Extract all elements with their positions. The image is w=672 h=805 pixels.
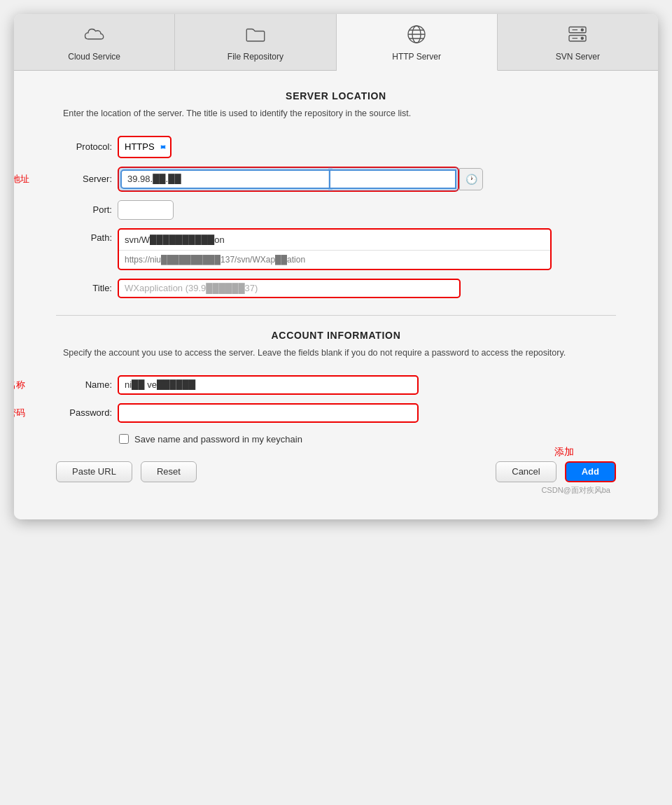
- protocol-row: 协议 Protocol: HTTPS HTTP SVN: [56, 136, 616, 158]
- add-button[interactable]: Add: [565, 461, 616, 482]
- cancel-button[interactable]: Cancel: [496, 461, 556, 482]
- tab-cloud-label: Cloud Service: [68, 52, 120, 62]
- cloud-icon: [84, 24, 105, 48]
- tab-file-label: File Repository: [227, 52, 284, 62]
- path-row: 路径 Path: https://niu██████████137/svn/WX…: [56, 228, 616, 270]
- protocol-select-wrap: HTTPS HTTP SVN: [118, 136, 172, 158]
- title-row: 标题 Title: WXapplication (39.9██████37): [56, 279, 616, 298]
- watermark: CSDN@面对疾风ba: [56, 482, 616, 500]
- tab-http-server[interactable]: HTTP Server: [337, 14, 498, 71]
- title-label: Title:: [56, 283, 112, 293]
- port-row: Port:: [56, 200, 616, 220]
- password-row: xvn密码 Password:: [56, 403, 616, 423]
- name-label: Name:: [56, 379, 112, 390]
- paste-url-button[interactable]: Paste URL: [56, 461, 132, 482]
- path-label: Path:: [56, 232, 112, 243]
- globe-icon: [406, 24, 427, 48]
- folder-icon: [245, 24, 266, 48]
- account-info-desc: Specify the account you use to access th…: [56, 346, 616, 360]
- server-icon: [567, 24, 588, 48]
- protocol-label: Protocol:: [56, 141, 112, 152]
- server-input-outline: [118, 167, 459, 192]
- add-annotation: 添加: [554, 446, 574, 458]
- password-input[interactable]: [118, 403, 419, 423]
- path-wrap: https://niu██████████137/svn/WXap██ation: [118, 228, 552, 270]
- tab-http-label: HTTP Server: [392, 52, 441, 62]
- keychain-row: Save name and password in my keychain: [119, 434, 616, 444]
- server-location-desc: Enter the location of the server. The ti…: [56, 107, 616, 120]
- tab-svn-label: SVN Server: [556, 52, 600, 62]
- left-buttons: Paste URL Reset: [56, 461, 197, 482]
- name-row: svn名称 Name:: [56, 375, 616, 395]
- path-suggestion[interactable]: https://niu██████████137/svn/WXap██ation: [119, 251, 550, 269]
- right-buttons: Cancel Add: [496, 461, 616, 482]
- server-input-main[interactable]: [120, 169, 330, 189]
- server-location-title: SERVER LOCATION: [56, 90, 616, 102]
- app-window: Cloud Service File Repository: [14, 14, 658, 519]
- tab-svn-server[interactable]: SVN Server: [498, 14, 658, 70]
- svg-point-9: [582, 29, 584, 31]
- main-content: SERVER LOCATION Enter the location of th…: [14, 71, 658, 519]
- section-divider: ACCOUNT INFORMATION Specify the account …: [56, 315, 616, 444]
- button-row: 添加 Paste URL Reset Cancel Add: [56, 461, 616, 482]
- account-info-title: ACCOUNT INFORMATION: [56, 330, 616, 341]
- name-input[interactable]: [118, 375, 419, 395]
- password-annotation: xvn密码: [14, 407, 25, 419]
- server-label: Server:: [56, 174, 112, 184]
- tab-cloud-service[interactable]: Cloud Service: [14, 14, 175, 70]
- name-annotation: svn名称: [14, 379, 25, 391]
- title-wrap: WXapplication (39.9██████37): [118, 279, 461, 298]
- password-label: Password:: [56, 407, 112, 418]
- svg-point-10: [582, 37, 584, 39]
- keychain-checkbox[interactable]: [119, 434, 129, 444]
- path-input[interactable]: [119, 230, 550, 251]
- keychain-label: Save name and password in my keychain: [134, 434, 302, 444]
- server-annotation: 服务地址: [14, 173, 29, 186]
- server-input-second[interactable]: [330, 169, 456, 189]
- server-history-button[interactable]: 🕐: [459, 168, 483, 190]
- reset-button[interactable]: Reset: [141, 461, 197, 482]
- tab-file-repository[interactable]: File Repository: [175, 14, 336, 70]
- title-placeholder: WXapplication (39.9██████37): [125, 283, 258, 293]
- tab-bar: Cloud Service File Repository: [14, 14, 658, 71]
- protocol-select[interactable]: HTTPS HTTP SVN: [119, 137, 170, 157]
- server-row: 服务地址 Server: 🕐: [56, 167, 616, 192]
- port-input[interactable]: [118, 200, 174, 220]
- port-label: Port:: [56, 204, 112, 215]
